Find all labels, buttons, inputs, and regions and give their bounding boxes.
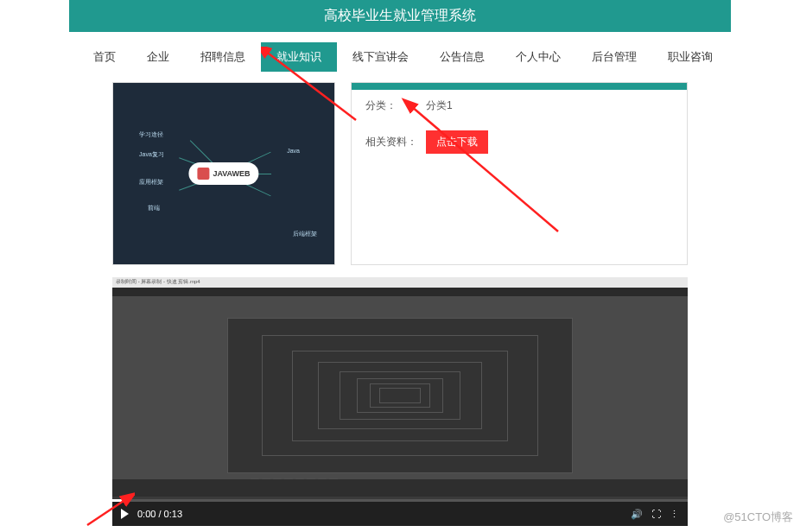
video-player[interactable]: 录制时间 - 屏幕录制 - 快速 剪辑.mp4 0:00 / 0:13 🔊 ⛶ … [112,277,688,526]
info-row-category: 分类： 分类1 [352,90,687,122]
volume-icon[interactable]: 🔊 [631,509,643,520]
nav-profile[interactable]: 个人中心 [500,42,576,72]
content-row: JAVAWEB 学习途径 Java复习 应用框架 前端 Java 后端框架 分类… [0,82,800,265]
mindmap-node: Java [287,148,300,154]
watermark: @51CTO博客 [723,510,793,525]
category-value: 分类1 [426,98,453,113]
nav-recruitment[interactable]: 招聘信息 [185,42,261,72]
nav-consult[interactable]: 职业咨询 [652,42,728,72]
mindmap-node: Java复习 [139,150,164,159]
video-content [112,296,688,495]
mindmap-node: 后端框架 [293,230,317,238]
time-display: 0:00 / 0:13 [137,509,182,519]
video-toolbar [112,288,688,296]
nav-home[interactable]: 首页 [78,42,131,72]
mindmap-node: 学习途径 [139,130,163,139]
nav-notice[interactable]: 公告信息 [424,42,500,72]
mindmap-node: 应用框架 [139,178,163,187]
category-label: 分类： [365,98,426,113]
menu-icon[interactable]: ⋮ [670,509,679,520]
main-nav: 首页 企业 招聘信息 就业知识 线下宣讲会 公告信息 个人中心 后台管理 职业咨… [0,32,800,82]
app-title: 高校毕业生就业管理系统 [324,8,476,22]
info-panel: 分类： 分类1 相关资料： 点击下载 [351,82,688,265]
download-button[interactable]: 点击下载 [426,130,488,154]
nav-knowledge[interactable]: 就业知识 [261,42,337,72]
app-header: 高校毕业生就业管理系统 [69,0,731,32]
material-label: 相关资料： [365,135,426,149]
play-icon[interactable] [121,509,129,519]
mindmap-thumbnail[interactable]: JAVAWEB 学习途径 Java复习 应用框架 前端 Java 后端框架 [112,82,335,265]
nav-admin[interactable]: 后台管理 [576,42,652,72]
mindmap-node: 前端 [148,204,160,212]
video-timeline [112,479,688,497]
mindmap-center-node: JAVAWEB [188,162,258,185]
video-controls: 0:00 / 0:13 🔊 ⛶ ⋮ [112,502,688,526]
info-title-bar [352,83,687,90]
fullscreen-icon[interactable]: ⛶ [651,509,661,519]
video-titlebar: 录制时间 - 屏幕录制 - 快速 剪辑.mp4 [112,277,688,288]
nav-enterprise[interactable]: 企业 [131,42,185,72]
nav-lecture[interactable]: 线下宣讲会 [337,42,424,72]
info-row-download: 相关资料： 点击下载 [352,122,687,162]
